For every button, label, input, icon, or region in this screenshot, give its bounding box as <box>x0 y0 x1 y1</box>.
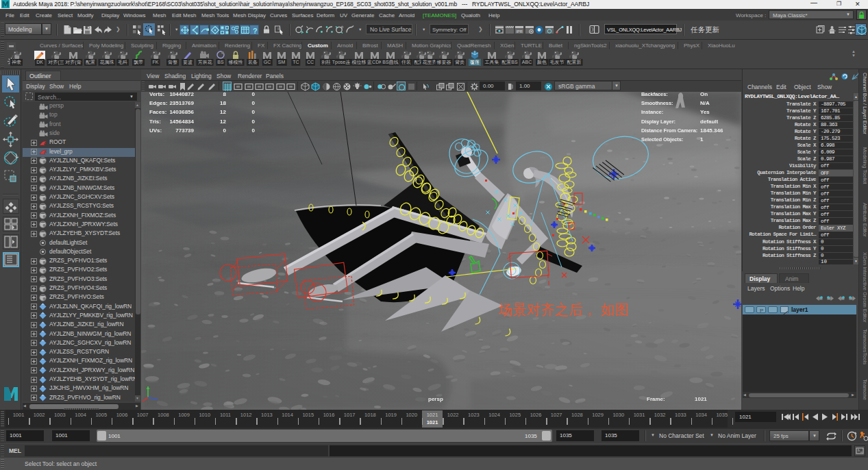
svg-text:?: ? <box>253 26 258 34</box>
svg-text:IPR: IPR <box>517 29 523 34</box>
svg-text:场景对齐之后， 如图: 场景对齐之后， 如图 <box>498 301 629 317</box>
